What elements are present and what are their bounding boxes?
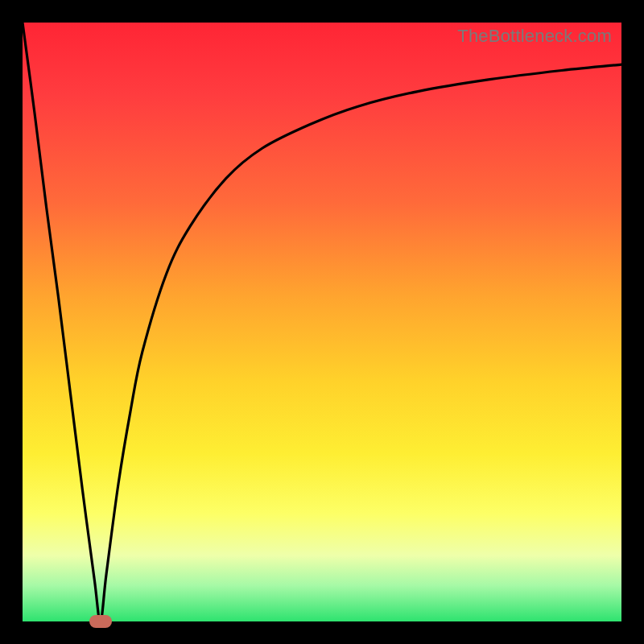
bottleneck-curve <box>23 23 621 621</box>
minimum-marker <box>89 615 112 628</box>
chart-frame: TheBottleneck.com <box>0 0 644 644</box>
curve-layer <box>23 23 621 621</box>
plot-area: TheBottleneck.com <box>23 23 621 621</box>
